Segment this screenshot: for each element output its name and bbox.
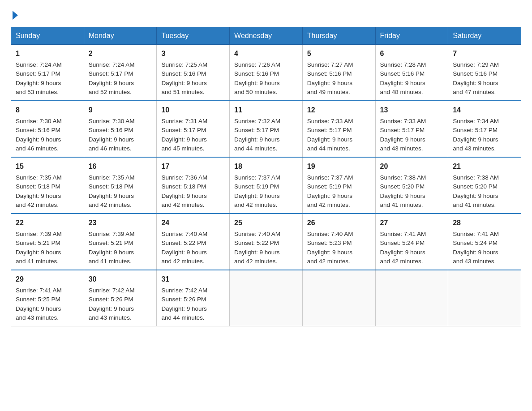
day-number: 4 <box>234 48 298 59</box>
daylight-label: Daylight: 9 hours <box>234 193 279 199</box>
day-number: 1 <box>16 48 79 59</box>
sunrise-label: Sunrise: 7:40 AM <box>307 231 353 237</box>
sunrise-label: Sunrise: 7:37 AM <box>234 174 280 181</box>
daylight-minutes: and 52 minutes. <box>89 89 132 95</box>
sunset-label: Sunset: 5:23 PM <box>307 240 352 246</box>
daylight-label: Daylight: 9 hours <box>161 249 206 256</box>
logo-triangle-icon <box>13 11 18 20</box>
sunset-label: Sunset: 5:16 PM <box>380 70 425 77</box>
daylight-minutes: and 42 minutes. <box>307 258 350 265</box>
sunrise-label: Sunrise: 7:38 AM <box>380 174 426 181</box>
daylight-label: Daylight: 9 hours <box>453 249 498 256</box>
day-number: 2 <box>89 48 152 59</box>
daylight-minutes: and 47 minutes. <box>453 89 496 95</box>
day-number: 20 <box>380 161 444 172</box>
day-of-week-header: Monday <box>84 27 157 45</box>
daylight-label: Daylight: 9 hours <box>89 136 134 143</box>
calendar-day-cell: 5 Sunrise: 7:27 AM Sunset: 5:16 PM Dayli… <box>302 45 375 101</box>
daylight-minutes: and 42 minutes. <box>89 201 132 208</box>
day-number: 15 <box>16 161 79 172</box>
calendar-day-cell: 12 Sunrise: 7:33 AM Sunset: 5:17 PM Dayl… <box>302 101 375 157</box>
sunrise-label: Sunrise: 7:39 AM <box>16 231 62 237</box>
calendar-day-cell: 2 Sunrise: 7:24 AM Sunset: 5:17 PM Dayli… <box>84 45 157 101</box>
daylight-minutes: and 49 minutes. <box>307 89 350 95</box>
daylight-label: Daylight: 9 hours <box>380 193 425 199</box>
calendar-day-cell: 28 Sunrise: 7:41 AM Sunset: 5:24 PM Dayl… <box>448 214 521 270</box>
daylight-minutes: and 44 minutes. <box>234 145 277 152</box>
calendar-day-cell: 13 Sunrise: 7:33 AM Sunset: 5:17 PM Dayl… <box>375 101 448 157</box>
daylight-minutes: and 43 minutes. <box>453 145 496 152</box>
day-number: 3 <box>161 48 225 59</box>
daylight-label: Daylight: 9 hours <box>16 80 61 86</box>
calendar-day-cell: 25 Sunrise: 7:40 AM Sunset: 5:22 PM Dayl… <box>230 214 303 270</box>
calendar-week-row: 22 Sunrise: 7:39 AM Sunset: 5:21 PM Dayl… <box>11 214 521 270</box>
daylight-label: Daylight: 9 hours <box>380 249 425 256</box>
daylight-label: Daylight: 9 hours <box>16 136 61 143</box>
day-number: 14 <box>453 105 516 116</box>
sunrise-label: Sunrise: 7:27 AM <box>307 61 353 68</box>
logo <box>11 11 18 20</box>
sunrise-label: Sunrise: 7:38 AM <box>453 174 499 181</box>
day-of-week-header: Tuesday <box>157 27 230 45</box>
calendar-day-cell: 9 Sunrise: 7:30 AM Sunset: 5:16 PM Dayli… <box>84 101 157 157</box>
sunset-label: Sunset: 5:17 PM <box>380 127 425 133</box>
day-number: 17 <box>161 161 225 172</box>
daylight-minutes: and 41 minutes. <box>380 201 423 208</box>
daylight-label: Daylight: 9 hours <box>307 80 352 86</box>
calendar-day-cell: 4 Sunrise: 7:26 AM Sunset: 5:16 PM Dayli… <box>230 45 303 101</box>
sunset-label: Sunset: 5:17 PM <box>307 127 352 133</box>
day-number: 24 <box>161 218 225 228</box>
sunset-label: Sunset: 5:16 PM <box>89 127 133 133</box>
calendar-day-cell: 10 Sunrise: 7:31 AM Sunset: 5:17 PM Dayl… <box>157 101 230 157</box>
day-number: 18 <box>234 161 298 172</box>
sunset-label: Sunset: 5:16 PM <box>161 70 206 77</box>
sunrise-label: Sunrise: 7:36 AM <box>161 174 207 181</box>
sunset-label: Sunset: 5:17 PM <box>161 127 206 133</box>
daylight-minutes: and 44 minutes. <box>307 145 350 152</box>
calendar-day-cell <box>230 270 303 326</box>
calendar-day-cell: 30 Sunrise: 7:42 AM Sunset: 5:26 PM Dayl… <box>84 270 157 326</box>
sunset-label: Sunset: 5:22 PM <box>161 240 206 246</box>
day-number: 30 <box>89 274 152 285</box>
daylight-minutes: and 41 minutes. <box>16 258 59 265</box>
daylight-minutes: and 42 minutes. <box>380 258 423 265</box>
daylight-label: Daylight: 9 hours <box>89 249 134 256</box>
calendar-day-cell: 29 Sunrise: 7:41 AM Sunset: 5:25 PM Dayl… <box>11 270 84 326</box>
calendar-day-cell <box>302 270 375 326</box>
sunset-label: Sunset: 5:18 PM <box>161 183 206 190</box>
day-number: 8 <box>16 105 79 116</box>
daylight-label: Daylight: 9 hours <box>16 249 61 256</box>
sunrise-label: Sunrise: 7:29 AM <box>453 61 499 68</box>
calendar-week-row: 8 Sunrise: 7:30 AM Sunset: 5:16 PM Dayli… <box>11 101 521 157</box>
day-number: 12 <box>307 105 371 116</box>
daylight-minutes: and 41 minutes. <box>89 258 132 265</box>
calendar-day-cell: 14 Sunrise: 7:34 AM Sunset: 5:17 PM Dayl… <box>448 101 521 157</box>
calendar-day-cell <box>375 270 448 326</box>
day-number: 31 <box>161 274 225 285</box>
sunrise-label: Sunrise: 7:39 AM <box>89 231 135 237</box>
sunset-label: Sunset: 5:22 PM <box>234 240 279 246</box>
day-number: 22 <box>16 218 79 228</box>
daylight-label: Daylight: 9 hours <box>453 193 498 199</box>
sunset-label: Sunset: 5:24 PM <box>453 240 498 246</box>
sunset-label: Sunset: 5:17 PM <box>89 70 133 77</box>
calendar-day-cell: 18 Sunrise: 7:37 AM Sunset: 5:19 PM Dayl… <box>230 157 303 214</box>
calendar-day-cell: 6 Sunrise: 7:28 AM Sunset: 5:16 PM Dayli… <box>375 45 448 101</box>
sunrise-label: Sunrise: 7:37 AM <box>307 174 353 181</box>
day-number: 23 <box>89 218 152 228</box>
sunset-label: Sunset: 5:21 PM <box>16 240 60 246</box>
day-header-row: SundayMondayTuesdayWednesdayThursdayFrid… <box>11 27 521 45</box>
calendar-day-cell: 31 Sunrise: 7:42 AM Sunset: 5:26 PM Dayl… <box>157 270 230 326</box>
daylight-minutes: and 42 minutes. <box>16 201 59 208</box>
daylight-minutes: and 42 minutes. <box>234 201 277 208</box>
calendar-day-cell: 7 Sunrise: 7:29 AM Sunset: 5:16 PM Dayli… <box>448 45 521 101</box>
day-number: 5 <box>307 48 371 59</box>
sunrise-label: Sunrise: 7:40 AM <box>161 231 207 237</box>
daylight-minutes: and 50 minutes. <box>234 89 277 95</box>
calendar-day-cell: 8 Sunrise: 7:30 AM Sunset: 5:16 PM Dayli… <box>11 101 84 157</box>
day-number: 21 <box>453 161 516 172</box>
calendar-day-cell: 26 Sunrise: 7:40 AM Sunset: 5:23 PM Dayl… <box>302 214 375 270</box>
sunrise-label: Sunrise: 7:31 AM <box>161 118 207 124</box>
daylight-minutes: and 48 minutes. <box>380 89 423 95</box>
daylight-minutes: and 51 minutes. <box>161 89 204 95</box>
